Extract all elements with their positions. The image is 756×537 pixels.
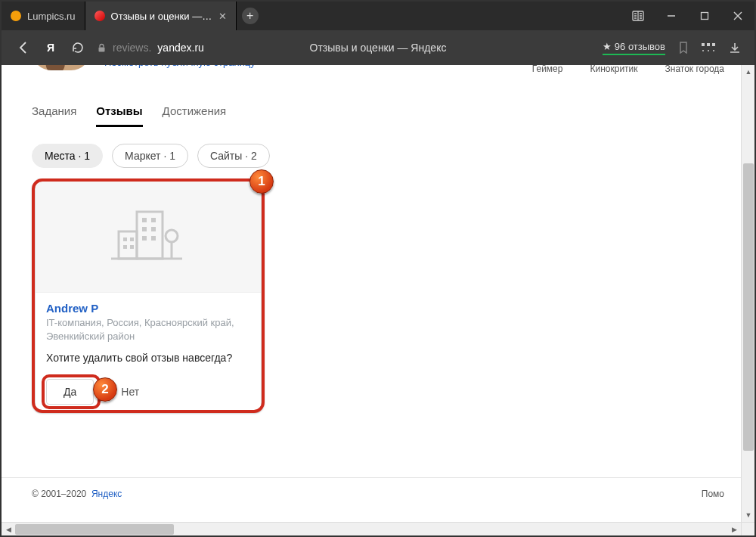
section-tabs: Задания Отзывы Достижения <box>32 104 724 127</box>
lock-icon <box>97 43 107 53</box>
reader-view-icon[interactable] <box>621 2 655 30</box>
chip-market[interactable]: Маркет · 1 <box>112 144 188 168</box>
back-button[interactable] <box>15 39 32 56</box>
svg-rect-18 <box>142 236 147 241</box>
tab-tasks[interactable]: Задания <box>32 104 76 127</box>
profile-header: Посмотреть публичную страницу Геймер Кин… <box>32 65 724 74</box>
page-title: Отзывы и оценки — Яндекс <box>310 42 447 54</box>
window-maximize-button[interactable] <box>688 2 721 30</box>
chip-places[interactable]: Места · 1 <box>32 144 103 168</box>
svg-rect-23 <box>130 245 134 249</box>
browser-tab-active[interactable]: Отзывы и оценки — Ян ✕ <box>85 2 237 30</box>
footer-help-link[interactable]: Помо <box>702 489 724 499</box>
bookmark-icon[interactable] <box>679 42 688 54</box>
tab-title: Отзывы и оценки — Ян <box>111 11 212 22</box>
scroll-up-arrow-icon[interactable]: ▲ <box>742 65 754 79</box>
svg-rect-16 <box>142 227 147 231</box>
scroll-right-arrow-icon[interactable]: ▶ <box>727 523 741 535</box>
horizontal-scrollbar[interactable]: ◀ ▶ <box>2 522 741 535</box>
svg-rect-17 <box>151 227 156 231</box>
confirm-actions: Да Нет 2 <box>46 379 250 405</box>
confirm-yes-button[interactable]: Да <box>46 379 94 405</box>
yandex-logo-icon[interactable]: Я <box>42 39 59 56</box>
favicon-yandex <box>94 11 105 21</box>
view-public-profile-link[interactable]: Посмотреть публичную страницу <box>104 65 256 68</box>
tab-achievements[interactable]: Достижения <box>163 104 227 127</box>
favicon-lumpics <box>11 11 21 21</box>
svg-rect-13 <box>119 231 137 259</box>
browser-tab-inactive[interactable]: Lumpics.ru <box>2 2 85 30</box>
page-content: Посмотреть публичную страницу Геймер Кин… <box>2 65 754 535</box>
delete-confirm-question: Хотите удалить свой отзыв навсегда? <box>46 352 250 364</box>
achievement-label: Знаток города <box>665 65 724 74</box>
reviews-count-badge[interactable]: ★ 96 отзывов <box>603 41 665 55</box>
building-icon <box>107 206 190 266</box>
scroll-left-arrow-icon[interactable]: ◀ <box>2 523 15 535</box>
window-close-button[interactable] <box>721 2 754 30</box>
close-icon[interactable]: ✕ <box>218 11 227 22</box>
svg-rect-7 <box>707 43 710 46</box>
review-card-subtitle: IT-компания, Россия, Красноярский край, … <box>46 316 250 343</box>
achievement-label: Кинокритик <box>590 65 637 74</box>
achievement-cityexpert[interactable]: Знаток города <box>665 65 724 74</box>
url-sub: reviews. <box>113 42 151 54</box>
download-icon[interactable] <box>729 42 741 54</box>
url-field[interactable]: reviews.yandex.ru <box>97 42 204 54</box>
filter-chips: Места · 1 Маркет · 1 Сайты · 2 <box>32 144 724 168</box>
achievement-label: Геймер <box>532 65 563 74</box>
review-card-annotated: Andrew P IT-компания, Россия, Красноярск… <box>32 178 265 413</box>
address-bar: Я reviews.yandex.ru Отзывы и оценки — Ян… <box>2 30 754 65</box>
reviews-count-text: 96 отзывов <box>615 41 665 52</box>
svg-point-9 <box>702 50 704 51</box>
svg-rect-20 <box>123 237 127 241</box>
scrollbar-corner <box>741 522 754 535</box>
horizontal-scroll-thumb[interactable] <box>15 524 174 535</box>
window-minimize-button[interactable] <box>655 2 688 30</box>
achievement-gamer[interactable]: Геймер <box>532 65 563 74</box>
chip-sites[interactable]: Сайты · 2 <box>197 144 270 168</box>
vertical-scroll-thumb[interactable] <box>743 163 754 451</box>
svg-rect-6 <box>702 43 705 46</box>
new-tab-button[interactable]: + <box>237 2 264 30</box>
svg-rect-22 <box>123 245 127 249</box>
svg-rect-19 <box>151 236 156 241</box>
profile-achievements: Геймер Кинокритик Знаток города <box>532 65 724 74</box>
svg-rect-12 <box>137 212 163 259</box>
svg-point-10 <box>708 50 709 51</box>
annotation-badge-1: 1 <box>249 169 274 194</box>
avatar <box>32 65 91 70</box>
svg-rect-14 <box>142 218 147 222</box>
svg-rect-8 <box>712 43 715 46</box>
svg-rect-21 <box>130 237 134 241</box>
svg-rect-2 <box>702 13 708 20</box>
vertical-scrollbar[interactable]: ▲ ▼ <box>741 65 754 522</box>
tab-title: Lumpics.ru <box>27 11 76 22</box>
tab-reviews[interactable]: Отзывы <box>96 104 142 127</box>
review-card: Andrew P IT-компания, Россия, Красноярск… <box>35 178 262 413</box>
footer-copyright: © 2001–2020 Яндекс <box>32 489 122 499</box>
page-footer: © 2001–2020 Яндекс Помо <box>2 477 754 510</box>
achievement-moviecritic[interactable]: Кинокритик <box>590 65 637 74</box>
footer-brand-link[interactable]: Яндекс <box>91 489 122 499</box>
svg-rect-5 <box>99 47 105 51</box>
svg-rect-15 <box>151 218 156 222</box>
annotation-badge-2: 2 <box>93 377 117 402</box>
svg-point-24 <box>166 230 178 242</box>
review-card-title[interactable]: Andrew P <box>46 302 250 315</box>
card-image-placeholder <box>36 179 261 293</box>
url-domain: yandex.ru <box>157 42 203 54</box>
browser-titlebar: Lumpics.ru Отзывы и оценки — Ян ✕ + <box>2 2 754 30</box>
scroll-down-arrow-icon[interactable]: ▼ <box>742 508 754 522</box>
reload-button[interactable] <box>70 39 86 56</box>
more-menu-icon[interactable] <box>702 43 715 52</box>
svg-point-11 <box>713 50 714 51</box>
